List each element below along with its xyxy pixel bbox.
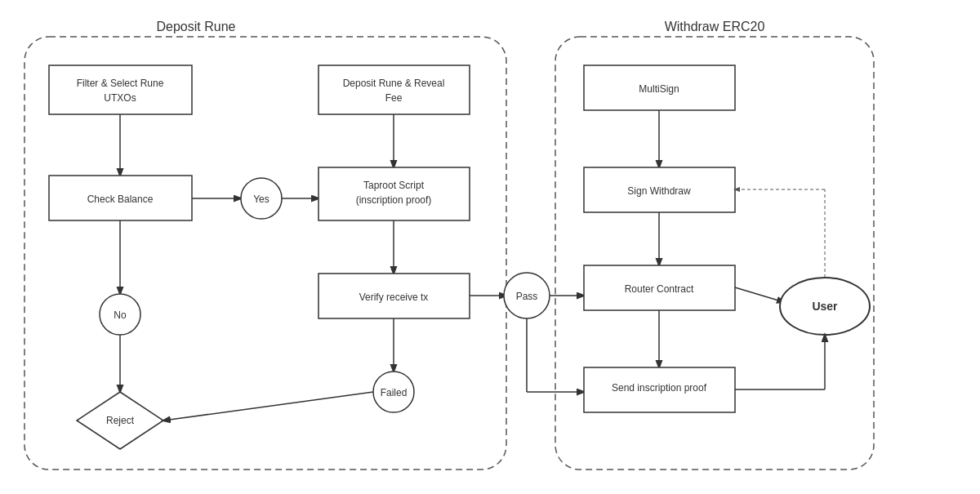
no-label: No: [114, 309, 127, 321]
diagram-container: Deposit Rune Withdraw ERC20 Filter & Sel…: [0, 0, 980, 494]
filter-select-text2: UTXOs: [104, 92, 136, 104]
taproot-text2: (inscription proof): [356, 194, 432, 206]
sign-withdraw-text: Sign Withdraw: [627, 185, 691, 197]
pass-label: Pass: [516, 291, 538, 302]
deposit-reveal-text2: Fee: [385, 92, 403, 104]
taproot-text: Taproot Script: [363, 180, 425, 191]
verify-receive-text: Verify receive tx: [359, 292, 429, 303]
deposit-reveal-text: Deposit Rune & Reveal: [343, 78, 445, 89]
router-contract-text: Router Contract: [625, 283, 694, 295]
svg-rect-13: [318, 65, 470, 114]
failed-label: Failed: [381, 387, 408, 398]
check-balance-text: Check Balance: [87, 194, 154, 205]
reject-label: Reject: [106, 415, 135, 426]
user-label: User: [812, 300, 838, 313]
send-inscription-text: Send inscription proof: [612, 382, 707, 394]
multisign-text: MultiSign: [639, 83, 679, 95]
deposit-rune-label: Deposit Rune: [157, 20, 236, 33]
withdraw-erc20-label: Withdraw ERC20: [665, 20, 765, 33]
filter-select-text: Filter & Select Rune: [77, 78, 164, 89]
svg-rect-3: [49, 65, 192, 114]
yes-label: Yes: [253, 194, 270, 205]
